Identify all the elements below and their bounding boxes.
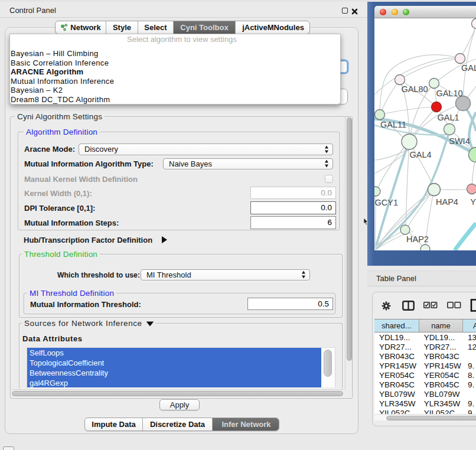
table-row[interactable]: YLR345W YLR345W 9. <box>374 399 476 409</box>
network-node[interactable] <box>456 96 471 111</box>
control-panel-title: Control Panel <box>9 6 56 15</box>
attribute-item[interactable]: BetweennessCentrality <box>27 368 322 378</box>
tab[interactable]: Style <box>106 21 138 34</box>
network-window-titlebar[interactable] <box>374 6 476 18</box>
scrollbar-thumb[interactable] <box>12 391 343 396</box>
attribute-item[interactable]: SelfLoops <box>27 348 322 358</box>
network-node-label: HAP4 <box>436 197 458 207</box>
partial-checkbox[interactable] <box>3 446 14 450</box>
settings-vertical-scrollbar[interactable] <box>345 117 352 389</box>
tab[interactable]: Discretize Data <box>143 418 213 431</box>
zoom-traffic-light-icon[interactable] <box>403 9 409 15</box>
table-row[interactable]: YDL19... YDL19... 13 <box>374 333 476 343</box>
tab[interactable]: Cyni Toolbox <box>174 21 236 34</box>
network-edge[interactable] <box>463 28 475 96</box>
table-row[interactable]: YBR045C YBR045C 9. <box>374 380 476 390</box>
combo-value: MI Threshold <box>146 270 191 279</box>
network-node[interactable] <box>455 54 465 64</box>
network-node[interactable] <box>374 187 380 196</box>
network-icon <box>60 24 68 31</box>
table-row[interactable]: YBL079W YBL079W <box>374 390 476 399</box>
table-row[interactable]: YER054C YER054C 8. <box>374 371 476 380</box>
group-title: Sources for Network Inference <box>22 318 155 328</box>
network-node-label: GAL11 <box>380 120 406 129</box>
list-scrollbar[interactable] <box>321 348 335 387</box>
mi-type-combo[interactable]: Naive Bayes <box>163 158 333 170</box>
tab-label: Select <box>144 23 167 32</box>
network-node[interactable] <box>432 102 442 112</box>
table-row[interactable]: YIL052C YIL052C 9. <box>374 409 476 414</box>
algorithm-popup-item[interactable]: Bayesian – Hill Climbing <box>11 49 99 58</box>
table-row[interactable]: YBR043C YBR043C <box>374 352 476 361</box>
tab[interactable]: Impute Data <box>85 418 143 431</box>
network-node[interactable] <box>428 184 441 196</box>
network-node-label: GAL1 <box>437 113 459 122</box>
mi-steps-field[interactable]: 6 <box>250 216 336 229</box>
network-node[interactable] <box>400 225 410 234</box>
algorithm-popup-item[interactable]: ARACNE Algorithm <box>11 67 83 77</box>
network-edge[interactable] <box>408 190 434 226</box>
attribute-item[interactable]: gal4RGexp <box>27 378 322 387</box>
kernel-width-label: Kernel Width (0,1): <box>24 189 92 198</box>
split-columns-icon[interactable] <box>402 301 415 311</box>
network-node[interactable] <box>375 110 385 120</box>
apply-button[interactable]: Apply <box>159 399 200 410</box>
column-header-shared-name[interactable]: shared... <box>374 319 419 332</box>
network-node[interactable] <box>429 79 439 89</box>
scrollbar-thumb[interactable] <box>347 118 352 361</box>
algorithm-popup-item[interactable]: Basic Correlation Inference <box>11 58 109 68</box>
table-horizontal-scrollbar[interactable] <box>374 414 476 420</box>
document-icon[interactable] <box>470 299 476 312</box>
gear-icon[interactable] <box>382 301 391 311</box>
table-row[interactable]: YDR27... YDR27... 12 <box>374 343 476 352</box>
network-node[interactable] <box>420 244 430 250</box>
network-node-label: HAP2 <box>406 234 429 244</box>
close-icon[interactable] <box>351 8 358 15</box>
network-edge[interactable] <box>455 223 476 250</box>
aracne-mode-combo[interactable]: Discovery <box>79 144 333 155</box>
manual-kernel-label: Manual Kernel Width Definition <box>24 175 138 184</box>
minimize-traffic-light-icon[interactable] <box>392 9 398 15</box>
algorithm-popup-item[interactable]: Mutual Information Inference <box>11 77 114 86</box>
attribute-item[interactable]: TopologicalCoefficient <box>27 358 322 368</box>
dpi-tolerance-field[interactable]: 0.0 <box>250 201 336 214</box>
network-edge[interactable] <box>378 142 409 188</box>
tab[interactable]: Select <box>138 21 174 34</box>
unchecked-checkboxes-icon[interactable] <box>447 302 461 308</box>
column-header-name[interactable]: name <box>419 319 463 332</box>
node-table: shared... name A YDL19... YDL19... 13 YD… <box>374 319 476 414</box>
network-node[interactable] <box>444 124 455 135</box>
close-traffic-light-icon[interactable] <box>380 9 386 15</box>
scrollbar-thumb[interactable] <box>386 416 476 420</box>
column-header-third[interactable]: A <box>463 319 476 332</box>
tab[interactable]: Network <box>56 21 106 34</box>
network-edge[interactable] <box>382 80 400 111</box>
mi-threshold-field[interactable]: 0.5 <box>247 298 333 311</box>
tab-label: Discretize Data <box>150 420 205 429</box>
group-title: Algorithm Definition <box>24 127 100 137</box>
float-window-icon[interactable] <box>342 8 348 14</box>
mouse-cursor-icon <box>363 218 369 226</box>
algorithm-popup-item[interactable]: Bayesian – K2 <box>11 86 63 95</box>
network-node[interactable] <box>402 134 417 149</box>
algorithm-popup-item[interactable]: Dream8 DC_TDC Algorithm <box>11 95 110 105</box>
network-node[interactable] <box>467 184 476 194</box>
tab-label: Style <box>113 23 131 32</box>
which-threshold-combo[interactable]: MI Threshold <box>141 269 310 281</box>
tab[interactable]: jActiveMNodules <box>236 21 310 34</box>
combo-value: Discovery <box>84 145 118 154</box>
checked-checkboxes-icon[interactable] <box>423 302 438 308</box>
settings-horizontal-scrollbar[interactable] <box>11 389 345 397</box>
expand-arrow-icon[interactable] <box>162 236 167 243</box>
tab-label: Cyni Toolbox <box>180 23 228 32</box>
manual-kernel-checkbox[interactable] <box>325 175 333 183</box>
tab-label: jActiveMNodules <box>242 23 304 32</box>
kernel-width-field[interactable]: 0.0 <box>250 187 336 199</box>
collapse-arrow-icon[interactable] <box>146 321 154 326</box>
network-node[interactable] <box>472 19 476 29</box>
tab[interactable]: Infer Network <box>213 418 279 431</box>
scrollbar-thumb[interactable] <box>324 350 332 377</box>
network-view-canvas[interactable]: GALGAL80GAL10GAL1SWI4GAL11GAL4GCY1HAP4YH… <box>374 18 476 250</box>
network-node[interactable] <box>395 75 405 85</box>
table-row[interactable]: YPR145W YPR145W 9. <box>374 361 476 371</box>
